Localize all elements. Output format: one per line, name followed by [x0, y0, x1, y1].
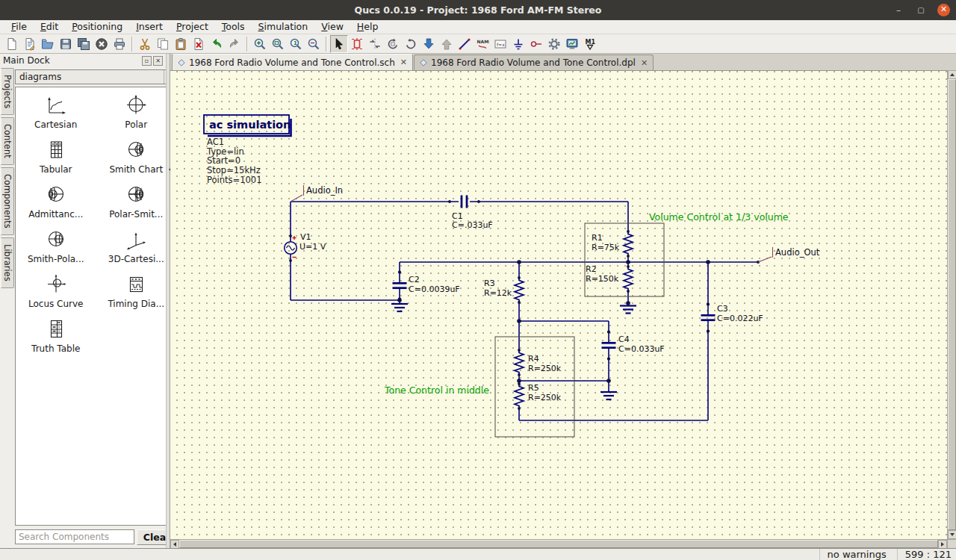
toolbar-simulate-button[interactable] — [545, 35, 563, 53]
scroll-up-icon[interactable] — [948, 70, 956, 79]
dock-float-button[interactable]: ▫ — [142, 56, 152, 66]
toolbar-deactivate-button[interactable] — [348, 35, 366, 53]
component-R3[interactable] — [515, 278, 524, 302]
toolbar-rotate-button[interactable] — [384, 35, 402, 53]
diagram-item-timing[interactable]: Timing Dia... — [96, 274, 177, 308]
component-R5[interactable] — [515, 384, 524, 408]
dock-tab-projects[interactable]: Projects — [0, 68, 14, 115]
diagram-item-polar-smith[interactable]: Polar-Smit... — [96, 184, 177, 219]
category-dropdown[interactable]: diagrams ▼ — [15, 69, 177, 84]
schematic-text: R5 — [528, 383, 539, 393]
diagram-item-label: Timing Dia... — [108, 299, 164, 309]
toolbar-wire-label-button[interactable]: NAME — [474, 35, 491, 53]
toolbar-delete-button[interactable] — [190, 35, 208, 53]
menu-file[interactable]: File — [4, 20, 34, 34]
toolbar-new-file-button[interactable] — [3, 35, 21, 53]
schematic-canvas[interactable]: ac simulationAC1Type=linStart=0Stop=15kH… — [170, 70, 947, 539]
menu-view[interactable]: View — [314, 20, 350, 34]
vertical-scroll-thumb[interactable] — [948, 79, 956, 530]
tab-close-icon[interactable]: ✕ — [399, 57, 407, 67]
toolbar-save-button[interactable] — [57, 35, 75, 53]
toolbar-paste-button[interactable] — [172, 35, 190, 53]
vertical-scrollbar[interactable] — [947, 70, 956, 539]
diagram-item-label: Tabular — [40, 164, 72, 175]
node-label-audio-in[interactable] — [291, 185, 304, 202]
component-V1[interactable] — [285, 242, 297, 255]
toolbar-undo-button[interactable] — [208, 35, 226, 53]
insert-wire-icon — [458, 37, 471, 51]
diagram-item-tabular[interactable]: Tabular — [16, 140, 96, 174]
zoom-in-icon — [253, 37, 267, 51]
zoom-out-icon — [307, 37, 320, 51]
component-R2[interactable] — [624, 267, 633, 291]
toolbar-text-editor-button[interactable] — [21, 35, 39, 53]
search-input[interactable] — [15, 529, 134, 544]
menu-insert[interactable]: Insert — [129, 20, 170, 34]
volume-annotation: Volume Control at 1/3 volume — [649, 211, 789, 223]
menu-simulation[interactable]: Simulation — [252, 20, 315, 34]
diagram-item-cartesian[interactable]: Cartesian — [16, 95, 96, 129]
diagram-item-admittance[interactable]: Admittanc... — [16, 184, 96, 219]
dock-tab-libraries[interactable]: Libraries — [0, 237, 14, 288]
menu-tools[interactable]: Tools — [215, 20, 252, 34]
component-R4[interactable] — [515, 350, 524, 375]
diagram-item-smith-polar[interactable]: Smith-Pola... — [16, 229, 96, 264]
toolbar-push-down-button[interactable] — [420, 35, 438, 53]
scroll-down-icon[interactable] — [948, 530, 956, 539]
toolbar-copy-button[interactable] — [154, 35, 172, 53]
toolbar-close-file-button[interactable] — [93, 35, 111, 53]
schematic-text: R1 — [592, 233, 603, 243]
document-tab-dpl[interactable]: 1968 Ford Radio Volume and Tone Control.… — [414, 55, 654, 70]
toolbar-view-data-button[interactable] — [563, 35, 581, 53]
schematic-text: C=0.0039uF — [409, 284, 460, 294]
menu-positioning[interactable]: Positioning — [65, 20, 129, 34]
toolbar-print-button[interactable] — [111, 35, 128, 53]
document-tab-sch[interactable]: 1968 Ford Radio Volume and Tone Control.… — [172, 54, 413, 70]
toolbar-pop-up-button[interactable] — [438, 35, 456, 53]
toolbar-mirror-y-button[interactable] — [366, 35, 384, 53]
diagram-item-smith[interactable]: Smith Chart — [96, 140, 177, 174]
toolbar-insert-wire-button[interactable] — [456, 35, 474, 53]
menu-project[interactable]: Project — [170, 20, 215, 34]
node-label-audio-out[interactable] — [758, 247, 773, 262]
toolbar-set-marker-button[interactable]: M1 — [581, 35, 599, 53]
diagram-item-label: Polar — [125, 119, 147, 130]
menu-edit[interactable]: Edit — [34, 20, 65, 34]
cartesian-icon — [45, 95, 67, 118]
close-button[interactable]: ✕ — [937, 4, 950, 16]
toolbar-rotate-cw-button[interactable] — [402, 35, 420, 53]
dock-tab-content[interactable]: Content — [0, 117, 14, 165]
component-R1[interactable] — [624, 231, 633, 256]
minimize-button[interactable]: – — [893, 5, 904, 16]
diagram-item-locus[interactable]: Locus Curve — [16, 274, 96, 308]
horizontal-scrollbar[interactable] — [170, 539, 947, 548]
toolbar-open-folder-button[interactable] — [39, 35, 57, 53]
diagram-item-cartesian3d[interactable]: 3D-Cartesi... — [96, 229, 177, 264]
diagram-item-truth[interactable]: Truth Table — [16, 319, 96, 353]
toolbar-zoom-reset-button[interactable]: 1 — [287, 35, 305, 53]
toolbar-zoom-box-button[interactable] — [269, 35, 287, 53]
toolbar-select-button[interactable] — [330, 35, 348, 53]
toolbar-insert-port-button[interactable] — [527, 35, 545, 53]
admittance-icon — [45, 184, 67, 208]
toolbar-insert-ground-button[interactable] — [509, 35, 527, 53]
menu-help[interactable]: Help — [350, 20, 385, 34]
toolbar-redo-button[interactable] — [226, 35, 243, 53]
diagram-item-polar[interactable]: Polar — [96, 95, 177, 129]
toolbar-cut-button[interactable] — [136, 35, 154, 53]
toolbar-zoom-out-button[interactable] — [305, 35, 323, 53]
diagram-item-label: Smith Chart — [109, 164, 163, 175]
toolbar-insert-equation-button[interactable]: f=x — [491, 35, 509, 53]
statusbar: no warnings 599 : 121 — [0, 548, 956, 560]
tab-close-icon[interactable]: ✕ — [639, 58, 648, 68]
toolbar-zoom-in-button[interactable] — [251, 35, 269, 53]
toolbar-save-all-button[interactable] — [75, 35, 93, 53]
dock-tabstrip: ProjectsContentComponentsLibraries — [0, 67, 14, 548]
component-C1[interactable] — [462, 196, 467, 208]
schematic-text: R3 — [484, 279, 495, 288]
horizontal-scroll-thumb[interactable] — [179, 540, 938, 548]
save-icon — [59, 37, 72, 51]
maximize-button[interactable]: ▢ — [915, 6, 927, 14]
dock-tab-components[interactable]: Components — [0, 167, 14, 235]
dock-close-button[interactable]: ✕ — [153, 56, 163, 66]
